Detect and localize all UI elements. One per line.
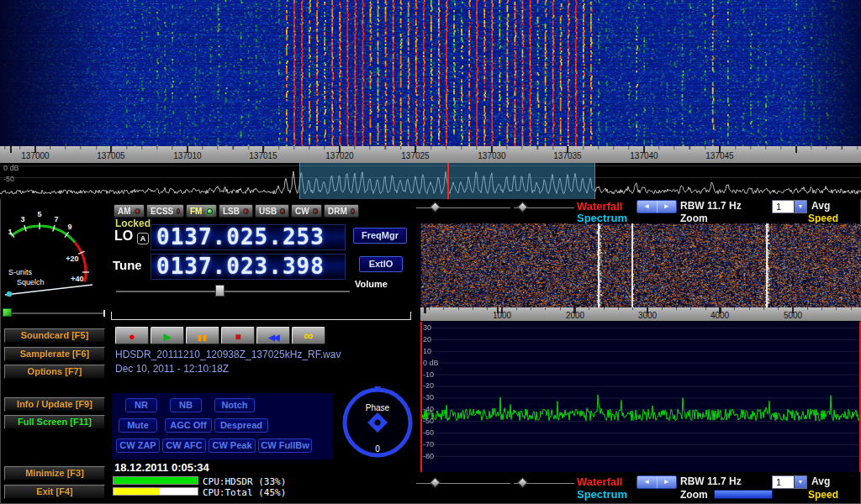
spectrum-label[interactable]: Spectrum	[577, 488, 627, 501]
phase-dial[interactable]: Phase 0	[340, 385, 415, 460]
slider-diamond-handle[interactable]	[430, 477, 441, 488]
nb-button[interactable]: NB	[170, 398, 202, 412]
main-waterfall[interactable]	[0, 0, 861, 146]
slider-diamond-handle[interactable]	[517, 477, 528, 488]
lo-frequency-digits[interactable]: 0137.025.253	[151, 225, 345, 249]
cpu-total-label: CPU:Total (45%)	[203, 487, 286, 498]
bins-select[interactable]: 1 ▼	[772, 475, 807, 489]
mode-lsb-button[interactable]: LSB	[219, 204, 253, 218]
mode-fm-button[interactable]: FM	[186, 204, 217, 218]
frequency-tick-label: 137020	[314, 151, 365, 160]
mode-label: ECSS	[151, 207, 173, 216]
mode-am-button[interactable]: AM	[114, 204, 145, 218]
cpu-hdsdr-bar	[113, 476, 198, 485]
minimize-button[interactable]: Minimize [F3]	[4, 466, 105, 480]
agc-off-button[interactable]: AGC Off	[165, 418, 212, 433]
squelch-slider[interactable]	[12, 312, 104, 314]
tune-cursor	[447, 163, 449, 199]
status-datetime: 18.12.2011 0:05:34	[114, 461, 209, 474]
slider-diamond-handle[interactable]	[517, 202, 528, 213]
mode-label: AM	[118, 207, 131, 216]
spin-right-arrow-icon[interactable]: ►	[657, 476, 677, 488]
frequency-tick-label: 137000	[10, 151, 61, 160]
notch-button[interactable]: Notch	[214, 398, 255, 412]
band-spinner[interactable]: ◄ ►	[637, 475, 677, 489]
freqmgr-button[interactable]: FreqMgr	[353, 228, 407, 244]
fullscreen-button[interactable]: Full Screen [F11]	[4, 415, 105, 429]
waterfall-brightness-slider[interactable]	[416, 483, 510, 484]
cw-afc-button[interactable]: CW AFC	[162, 438, 206, 453]
db-label: 10	[423, 347, 431, 355]
audio-spectrum[interactable]	[420, 322, 861, 472]
soundcard-button[interactable]: Soundcard [F5]	[4, 328, 105, 343]
mode-cw-button[interactable]: CW	[291, 204, 322, 218]
db-label: 20	[423, 335, 431, 344]
cpu-hdsdr-label: CPU:HDSDR (33%)	[203, 476, 286, 487]
frequency-tick-label: 1000	[485, 311, 519, 320]
waterfall-contrast-slider[interactable]	[514, 483, 574, 484]
play-button[interactable]: ▶	[151, 327, 184, 344]
lo-frequency-display[interactable]: 0137.025.253	[151, 224, 346, 250]
frequency-tick-label: 2000	[558, 311, 592, 320]
squelch-slider-handle[interactable]	[3, 308, 12, 317]
frequency-tick-label: 137030	[467, 151, 517, 160]
mode-usb-button[interactable]: USB	[255, 204, 289, 218]
s-meter-tick-label: 5	[37, 210, 41, 218]
audio-waterfall[interactable]	[420, 223, 861, 307]
waterfall-contrast-slider[interactable]	[514, 207, 574, 208]
mode-label: LSB	[223, 207, 240, 216]
loop-button[interactable]: ∞	[292, 327, 325, 344]
lo-lock-badge[interactable]: A	[137, 233, 149, 244]
volume-slider[interactable]	[116, 291, 350, 292]
options-button[interactable]: Options [F7]	[4, 365, 105, 379]
despread-button[interactable]: Despread	[214, 418, 268, 433]
mode-led-icon	[177, 208, 180, 214]
info-update-button[interactable]: Info / Update [F9]	[4, 397, 105, 412]
exit-button[interactable]: Exit [F4]	[4, 485, 105, 499]
band-spinner[interactable]: ◄ ►	[637, 200, 677, 213]
record-button[interactable]: ●	[115, 327, 149, 344]
spin-left-arrow-icon[interactable]: ◄	[637, 476, 657, 488]
audio-frequency-scale[interactable]: 1000 2000 3000 4000 5000	[420, 307, 861, 321]
stop-button[interactable]: ■	[221, 327, 255, 344]
db-label: -40	[423, 405, 434, 413]
bins-select-value: 1	[776, 202, 781, 212]
waterfall-label[interactable]: Waterfall	[577, 200, 622, 213]
nr-button[interactable]: NR	[125, 398, 157, 412]
cw-peak-button[interactable]: CW Peak	[209, 438, 256, 453]
rewind-button[interactable]: ◀◀	[256, 327, 290, 344]
rewind-icon: ◀◀	[268, 333, 277, 342]
bins-select[interactable]: 1 ▼	[772, 200, 807, 213]
squelch-marker[interactable]	[7, 291, 12, 297]
extio-button[interactable]: ExtIO	[359, 256, 403, 272]
samplerate-button[interactable]: Samplerate [F6]	[4, 347, 105, 361]
pause-button[interactable]: ▮▮	[186, 327, 219, 344]
phase-label: Phase	[366, 403, 390, 412]
volume-slider-handle[interactable]	[215, 285, 224, 297]
cw-fullbw-button[interactable]: CW FullBw	[258, 438, 312, 453]
tune-frequency-display[interactable]: 0137.023.398	[151, 254, 346, 280]
mode-ecss-button[interactable]: ECSS	[146, 204, 184, 218]
spin-left-arrow-icon[interactable]: ◄	[637, 201, 657, 213]
mode-led-icon	[351, 208, 355, 214]
waterfall-brightness-slider[interactable]	[416, 207, 510, 208]
main-frequency-scale[interactable]: 137000 137005 137010 137015 137020 13702…	[0, 146, 861, 163]
cw-zap-button[interactable]: CW ZAP	[116, 438, 160, 453]
tune-frequency-digits[interactable]: 0137.023.398	[151, 255, 345, 279]
rbw-label: RBW 11.7 Hz	[680, 200, 742, 212]
spin-right-arrow-icon[interactable]: ►	[657, 201, 677, 213]
slider-diamond-handle[interactable]	[430, 202, 441, 213]
zoom-slider[interactable]	[714, 490, 773, 499]
dropdown-arrow-icon[interactable]: ▼	[794, 476, 806, 488]
mode-label: CW	[295, 207, 309, 216]
spectrum-label[interactable]: Spectrum	[577, 212, 627, 224]
mode-led-icon	[243, 208, 249, 214]
frequency-tick-label: 4000	[703, 311, 737, 320]
main-spectrum-panel: 0 dB -50	[0, 163, 861, 199]
mute-button[interactable]: Mute	[119, 418, 157, 433]
waterfall-label[interactable]: Waterfall	[577, 475, 622, 488]
db-label: -10	[423, 370, 434, 379]
mode-drm-button[interactable]: DRM	[324, 204, 359, 218]
tuning-bracket	[111, 312, 411, 320]
dropdown-arrow-icon[interactable]: ▼	[794, 201, 806, 213]
